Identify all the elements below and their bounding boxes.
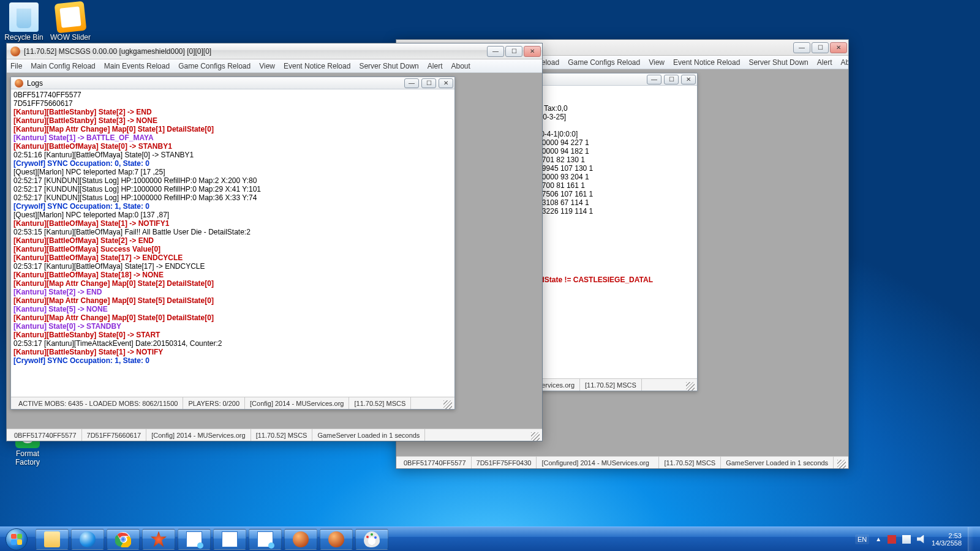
app-window-mscsgs[interactable]: [11.70.52] MSCSGS 0.00.00 [ugkgameshield… [6,43,543,441]
close-button[interactable]: ✕ [681,75,696,84]
window-statusbar: 0BFF517740FF5577 7D51FF75660617 [Config]… [7,429,542,441]
gameserver-icon [293,531,309,547]
status-cell: GameServer Loaded in 1 seconds [721,457,834,468]
maximize-button[interactable]: ☐ [505,46,522,57]
minimize-button[interactable]: — [487,46,504,57]
menu-item-server-shut-down[interactable]: Server Shut Down [359,62,418,70]
menu-item-game-configs-reload[interactable]: Game Configs Reload [568,58,640,67]
log-line: 7D51FF75660617 [13,99,452,108]
log-line: [Crywolf] SYNC Occupation: 1, State: 0 [13,356,452,365]
maximize-button[interactable]: ☐ [812,42,829,53]
window-icon [222,531,238,547]
language-indicator[interactable]: EN [855,534,869,544]
status-cell: [Config] 2014 - MUServices.org [146,429,251,441]
log-line: 02:51:16 [Kanturu][BattleOfMaya] State[0… [13,151,452,159]
start-button[interactable] [0,527,33,552]
status-version: [11.70.52] MSCS [349,397,411,409]
network-icon[interactable] [902,535,911,544]
desktop-icon-label: Format Factory [6,449,49,467]
menu-item-event-notice-reload[interactable]: Event Notice Reload [284,62,350,70]
log-line: [Kanturu] State[0] -> STANDBY [13,322,452,331]
resize-grip[interactable] [531,432,540,441]
menu-item-main-config-reload[interactable]: Main Config Reload [31,62,95,70]
taskbar-window-3[interactable] [249,529,282,550]
folder-icon [44,531,60,547]
desktop-icon-recycle-bin[interactable]: Recycle Bin [2,2,45,42]
volume-icon[interactable] [917,535,925,544]
taskbar-window-2[interactable] [213,529,246,550]
status-cell: 0BFF517740FF5577 [399,457,472,468]
titlebar[interactable]: [11.70.52] MSCSGS 0.00.00 [ugkgameshield… [7,43,542,59]
minimize-button[interactable]: — [647,75,662,84]
log-output: 0BFF517740FF55777D51FF75660617[Kanturu][… [11,89,454,397]
window-title: [11.70.52] MSCSGS 0.00.00 [ugkgameshield… [24,47,482,56]
menu-item-file[interactable]: File [10,62,22,70]
taskbar-clock[interactable]: 2:53 14/3/2558 [932,532,962,547]
desktop-icon-label: WOW Slider [49,33,92,42]
log-line: 02:53:17 [Kanturu][BattleOfMaya] State[1… [13,262,452,271]
close-button[interactable]: ✕ [524,46,541,57]
gameserver-icon [328,531,344,547]
menu-item-view[interactable]: View [649,58,665,67]
taskbar-ie[interactable] [71,529,104,550]
log-line: 02:52:17 [KUNDUN][Status Log] HP:1000000… [13,193,452,202]
menu-item-view[interactable]: View [259,62,275,70]
resize-grip[interactable] [837,460,846,468]
status-cell: GameServer Loaded in 1 seconds [312,429,425,441]
paint-icon [364,531,380,547]
status-mobs: ACTIVE MOBS: 6435 - LOADED MOBS: 8062/11… [13,397,183,409]
log-line: [Kanturu][BattleOfMaya] State[18] -> NON… [13,271,452,279]
taskbar-window-1[interactable] [178,529,211,550]
log-line: [Kanturu][BattleOfMaya] State[0] -> STAN… [13,142,452,151]
close-button[interactable]: ✕ [439,78,453,88]
taskbar-gameserver-2[interactable] [320,529,353,550]
menu-item-main-events-reload[interactable]: Main Events Reload [104,62,170,70]
desktop-icon-wow-slider[interactable]: WOW Slider [49,2,92,42]
minimize-button[interactable]: — [793,42,810,53]
menu-item-alert[interactable]: Alert [428,62,443,70]
menu-item-event-notice-reload[interactable]: Event Notice Reload [673,58,740,67]
log-line: 0BFF517740FF5577 [13,91,452,99]
status-version: [11.70.52] MSCS [580,379,642,391]
log-line: [Kanturu][Map Attr Change] Map[0] State[… [13,313,452,322]
taskbar-explorer[interactable] [36,529,69,550]
log-line: 02:53:17 [Kanturu][TimeAttackEvent] Date… [13,339,452,348]
clock-date: 14/3/2558 [932,539,962,547]
status-config: [Config] 2014 - MUServices.org [245,397,349,409]
tray-chevron-icon[interactable]: ▲ [875,536,881,542]
recycle-bin-icon [9,2,39,32]
taskbar-gameserver-1[interactable] [284,529,317,550]
log-line: [Kanturu] State[2] -> END [13,288,452,296]
chrome-icon [115,531,131,547]
window-icon [257,531,273,547]
log-line: [Quest][Marlon] NPC teleported Map:7 [17… [13,168,452,176]
log-line: [Kanturu][Map Attr Change] Map[0] State[… [13,296,452,305]
mdi-client: Logs — ☐ ✕ 0BFF517740FF55777D51FF7566061… [7,73,542,429]
taskbar-app-red[interactable] [142,529,175,550]
logs-child-window[interactable]: Logs — ☐ ✕ 0BFF517740FF55777D51FF7566061… [10,77,455,410]
flag-icon[interactable] [888,535,896,544]
resize-grip[interactable] [443,400,452,409]
windows-logo-icon [6,528,28,550]
menu-item-about[interactable]: About [840,58,848,67]
menu-item-game-configs-reload[interactable]: Game Configs Reload [178,62,251,70]
maximize-button[interactable]: ☐ [664,75,679,84]
log-line: 02:53:15 [Kanturu][BattleOfMaya] Fail!! … [13,228,452,236]
menu-item-server-shut-down[interactable]: Server Shut Down [748,58,808,67]
menu-item-alert[interactable]: Alert [817,58,832,67]
close-button[interactable]: ✕ [830,42,847,53]
show-desktop-button[interactable] [968,527,974,552]
maximize-button[interactable]: ☐ [421,78,436,88]
log-line: [Kanturu][BattleOfMaya] State[17] -> END… [13,253,452,262]
child-titlebar[interactable]: Logs — ☐ ✕ [11,77,454,89]
log-line: [Crywolf] SYNC Occupation: 0, State: 0 [13,159,452,168]
status-players: PLAYERS: 0/200 [183,397,245,409]
resize-grip[interactable] [686,382,695,391]
taskbar-chrome[interactable] [107,529,140,550]
taskbar-paint[interactable] [355,529,388,550]
log-line: [Kanturu][BattleStanby] State[3] -> NONE [13,116,452,125]
menu-item-about[interactable]: About [451,62,470,70]
wow-slider-icon [55,1,87,34]
status-cell: 7D51FF75FF0430 [472,457,537,468]
minimize-button[interactable]: — [404,78,419,88]
